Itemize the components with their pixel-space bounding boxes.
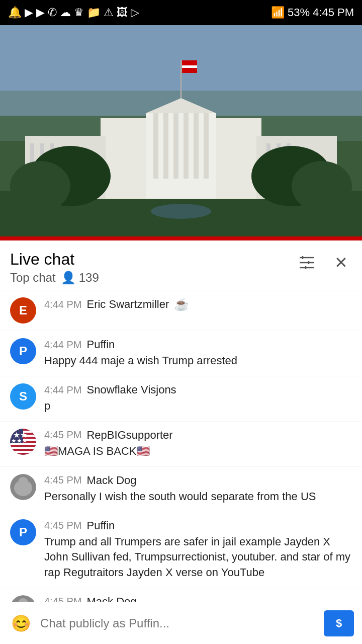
avatar: S [10,383,36,410]
svg-rect-10 [173,113,178,179]
livechat-subtitle: Top chat 👤 139 [10,271,99,285]
message-author: Puffin [86,338,115,351]
top-chat-label[interactable]: Top chat [10,271,56,285]
message-time: 4:44 PM [44,384,81,396]
livechat-header: Live chat Top chat 👤 139 ✕ [0,240,362,290]
message-text: Trump and all Trumpers are safer in jail… [44,534,352,581]
message-meta: 4:44 PM Puffin [44,338,352,351]
message-body: 4:45 PM RepBIGsupporter 🇺🇸MAGA IS BACK🇺🇸 [44,429,352,459]
message-time: 4:44 PM [44,299,81,310]
header-actions: ✕ [296,252,352,274]
message-text: p [44,398,352,414]
livechat-title-area: Live chat Top chat 👤 139 [10,250,99,285]
chat-list: E 4:44 PM Eric Swartzmiller ☕ P 4:44 PM … [0,290,362,644]
table-row: S 4:44 PM Snowflake Visjons p [0,376,362,422]
status-right: 📶 53% 4:45 PM [271,6,354,19]
message-time: 4:45 PM [44,474,81,486]
emoji-icon: 😊 [11,614,31,633]
viewer-count: 👤 139 [61,271,99,285]
message-meta: 4:45 PM Puffin [44,519,352,532]
message-body: 4:44 PM Snowflake Visjons p [44,383,352,414]
svg-rect-47 [10,445,36,447]
table-row: P 4:44 PM Puffin Happy 444 maje a wish T… [0,331,362,376]
svg-point-28 [10,161,70,211]
svg-rect-25 [182,68,197,73]
youtube2-icon: ▶ [36,6,45,19]
call-icon: ✆ [48,6,57,19]
message-meta: 4:45 PM RepBIGsupporter [44,429,352,442]
message-author: Mack Dog [86,474,136,487]
video-thumbnail[interactable] [0,25,362,236]
send-button[interactable]: $ [324,610,354,636]
chat-input[interactable] [40,610,318,636]
red-bar [0,236,362,240]
message-author: Puffin [86,519,115,532]
filter-button[interactable] [296,252,318,274]
close-button[interactable]: ✕ [330,252,352,274]
avatar: P [10,519,36,545]
image-icon: 🖼 [117,6,128,19]
table-row: P 4:45 PM Puffin Trump and all Trumpers … [0,512,362,588]
svg-text:★★★★: ★★★★ [10,437,28,444]
message-body: 4:45 PM Mack Dog Personally I wish the s… [44,474,352,505]
svg-rect-23 [182,60,197,65]
message-meta: 4:45 PM Mack Dog [44,474,352,487]
table-row: 4:45 PM Mack Dog Personally I wish the s… [0,467,362,512]
message-body: 4:44 PM Eric Swartzmiller ☕ [44,297,352,313]
svg-point-59 [17,482,22,490]
avatar: ★★★ ★★★★ [10,429,36,455]
message-text: 🇺🇸MAGA IS BACK🇺🇸 [44,444,352,459]
svg-rect-9 [163,113,168,179]
message-text: Happy 444 maje a wish Trump arrested [44,353,352,369]
svg-point-29 [292,161,352,211]
coffee-emoji: ☕ [174,297,189,311]
message-body: 4:45 PM Puffin Trump and all Trumpers ar… [44,519,352,581]
avatar: P [10,338,36,364]
folder-icon: 📁 [87,6,101,19]
avatar: E [10,297,36,324]
cloud-icon: ☁ [60,6,71,19]
svg-point-4 [151,204,211,219]
status-icons: 🔔 ▶ ▶ ✆ ☁ ♛ 📁 ⚠ 🖼 ▷ [8,6,139,19]
warning-icon: ⚠ [104,6,114,19]
youtube-icon: ▶ [25,6,33,19]
svg-rect-50 [10,451,36,453]
send-icon: $ [336,617,342,630]
avatar [10,474,36,500]
battery-text: 53% [288,6,310,19]
svg-rect-24 [182,65,197,68]
notification-icon: 🔔 [8,6,22,19]
message-body: 4:44 PM Puffin Happy 444 maje a wish Tru… [44,338,352,369]
person-icon: 👤 [61,271,76,285]
message-text: Personally I wish the south would separa… [44,489,352,505]
message-author: Eric Swartzmiller [86,298,169,311]
svg-rect-13 [204,113,209,179]
message-author: RepBIGsupporter [86,429,172,442]
chat-input-bar: 😊 $ [0,602,362,644]
svg-rect-48 [10,447,36,449]
status-bar: 🔔 ▶ ▶ ✆ ☁ ♛ 📁 ⚠ 🖼 ▷ 📶 53% 4:45 PM [0,0,362,25]
time-text: 4:45 PM [313,6,354,19]
emoji-button[interactable]: 😊 [8,610,34,636]
table-row: E 4:44 PM Eric Swartzmiller ☕ [0,290,362,331]
svg-rect-51 [10,453,36,455]
svg-rect-49 [10,449,36,451]
livechat-title: Live chat [10,250,99,269]
table-row: ★★★ ★★★★ 4:45 PM RepBIGsupporter 🇺🇸MAGA … [0,422,362,467]
message-time: 4:44 PM [44,339,81,351]
message-meta: 4:44 PM Snowflake Visjons [44,383,352,396]
chat-content: E 4:44 PM Eric Swartzmiller ☕ P 4:44 PM … [0,290,362,644]
message-time: 4:45 PM [44,520,81,531]
play-icon: ▷ [131,6,139,19]
message-meta: 4:44 PM Eric Swartzmiller ☕ [44,297,352,311]
viewer-number: 139 [79,271,99,285]
svg-rect-11 [184,113,189,179]
message-time: 4:45 PM [44,429,81,441]
svg-rect-12 [194,113,199,179]
svg-rect-8 [153,113,158,179]
message-author: Snowflake Visjons [86,383,176,396]
wifi-icon: 📶 [271,6,285,19]
crown-icon: ♛ [74,6,84,19]
